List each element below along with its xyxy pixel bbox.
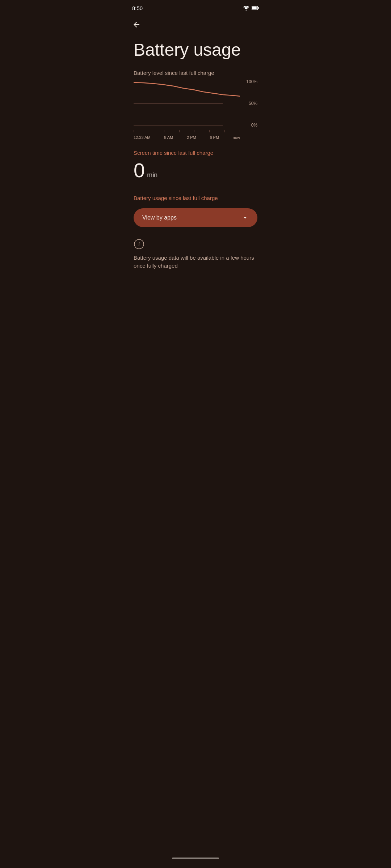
dropdown-chevron-icon: [241, 214, 249, 221]
battery-usage-section: Battery usage since last full charge Vie…: [125, 189, 266, 227]
back-arrow-icon: [132, 20, 141, 29]
page-title: Battery usage: [125, 35, 266, 63]
svg-rect-3: [252, 7, 257, 9]
battery-device-icon: [252, 5, 259, 10]
y-label-0: 0%: [251, 123, 257, 128]
status-time: 8:50: [132, 5, 143, 11]
x-label-now: now: [233, 135, 240, 140]
chart-svg-wrapper: [134, 82, 240, 125]
x-ticks: [134, 130, 240, 132]
x-label-start: 12:33 AM: [134, 135, 150, 140]
screen-time-label: Screen time since last full charge: [125, 147, 266, 157]
x-tick-3: [179, 130, 180, 132]
x-tick-5: [209, 130, 210, 132]
screen-time-section: Screen time since last full charge 0 min: [125, 147, 266, 189]
svg-text:i: i: [138, 242, 140, 247]
x-tick-1: [149, 130, 149, 132]
y-label-100: 100%: [246, 79, 257, 84]
back-button[interactable]: [125, 14, 148, 35]
chart-subtitle: Battery level since last full charge: [125, 63, 266, 82]
svg-rect-2: [258, 7, 259, 9]
svg-point-0: [246, 10, 247, 11]
x-tick-2: [164, 130, 164, 132]
x-tick-4: [194, 130, 194, 132]
view-by-apps-button[interactable]: View by apps: [134, 208, 257, 227]
screen-time-value: 0: [134, 160, 145, 180]
screen-time-unit: min: [147, 171, 157, 179]
view-by-apps-label: View by apps: [142, 214, 177, 221]
x-tick-7: [240, 130, 240, 132]
status-icons: [243, 5, 259, 10]
x-axis-labels: 12:33 AM 8 AM 2 PM 6 PM now: [134, 135, 240, 140]
y-label-50: 50%: [249, 101, 257, 106]
info-message: Battery usage data will be available in …: [134, 254, 257, 270]
x-label-6pm: 6 PM: [210, 135, 219, 140]
x-label-2pm: 2 PM: [187, 135, 196, 140]
status-bar: 8:50: [125, 0, 266, 14]
x-tick-6: [224, 130, 225, 132]
battery-chart: 100% 50% 0% 12:33 AM 8 AM 2 PM: [125, 82, 266, 147]
x-label-8am: 8 AM: [164, 135, 173, 140]
x-tick-0: [134, 130, 134, 132]
wifi-icon: [243, 5, 249, 10]
screen-time-row: 0 min: [125, 157, 266, 189]
info-section: i Battery usage data will be available i…: [125, 233, 266, 276]
battery-usage-label: Battery usage since last full charge: [125, 192, 266, 203]
info-icon: i: [134, 239, 144, 250]
